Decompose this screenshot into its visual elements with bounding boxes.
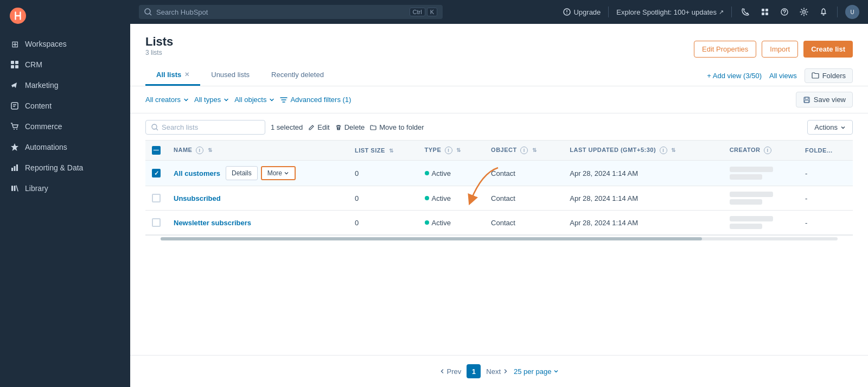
folders-button[interactable]: Folders — [805, 68, 853, 83]
horizontal-scrollbar[interactable] — [145, 235, 853, 242]
add-view-button[interactable]: + Add view (3/50) — [707, 72, 762, 80]
save-view-button[interactable]: Save view — [796, 92, 853, 107]
help-icon[interactable] — [778, 6, 790, 18]
sort-icon[interactable]: ⇅ — [671, 147, 676, 153]
title-row: Lists 3 lists Edit Properties Import Cre… — [145, 35, 853, 63]
more-button[interactable]: More — [261, 166, 296, 180]
svg-rect-1 — [11, 61, 14, 64]
creator-blur — [730, 216, 773, 221]
row-size-cell: 0 — [348, 211, 418, 235]
prev-page-button[interactable]: Prev — [439, 367, 462, 376]
search-lists-input[interactable] — [162, 123, 259, 131]
settings-icon[interactable] — [798, 6, 810, 18]
table-toolbar: 1 selected Edit Delete Move to folder Ac… — [145, 113, 853, 141]
sort-icon[interactable]: ⇅ — [532, 147, 537, 153]
all-types-filter[interactable]: All types — [194, 96, 229, 104]
sidebar-item-marketing[interactable]: Marketing — [0, 75, 130, 96]
sidebar-item-library[interactable]: Library — [0, 178, 130, 199]
sidebar-item-content[interactable]: Content — [0, 96, 130, 116]
row-folder-cell: - — [799, 211, 853, 235]
lists-table: NAME i ⇅ LIST SIZE ⇅ TYPE i — [145, 141, 853, 235]
svg-rect-14 — [14, 186, 16, 191]
row-checkbox[interactable] — [152, 169, 161, 177]
row-checkbox[interactable] — [152, 194, 161, 202]
row-object-cell: Contact — [484, 211, 563, 235]
list-name-link[interactable]: Newsletter subscribers — [174, 219, 251, 227]
all-objects-filter[interactable]: All objects — [234, 96, 275, 104]
grid-icon[interactable] — [759, 6, 771, 18]
row-checkbox-cell[interactable] — [145, 161, 167, 186]
tab-unused-lists[interactable]: Unused lists — [200, 65, 260, 86]
sidebar-item-reporting[interactable]: Reporting & Data — [0, 157, 130, 178]
svg-rect-28 — [805, 100, 809, 103]
edit-button[interactable]: Edit — [308, 123, 329, 131]
actions-dropdown[interactable]: Actions — [807, 120, 853, 135]
list-name-link[interactable]: Unsubscribed — [174, 194, 221, 202]
delete-button[interactable]: Delete — [335, 123, 365, 131]
row-updated-cell: Apr 28, 2024 1:14 AM — [563, 161, 723, 186]
page-number[interactable]: 1 — [467, 364, 481, 378]
svg-line-30 — [156, 129, 158, 130]
svg-rect-5 — [11, 103, 18, 109]
row-object-cell: Contact — [484, 186, 563, 211]
row-checkbox-cell[interactable] — [145, 186, 167, 211]
automations-icon — [10, 142, 20, 152]
name-info-icon[interactable]: i — [196, 147, 203, 154]
svg-rect-18 — [762, 9, 764, 11]
chevron-down-icon — [840, 125, 846, 130]
advanced-filters-button[interactable]: Advanced filters (1) — [280, 96, 351, 104]
table-row: Newsletter subscribers 0 Active Contact … — [145, 211, 853, 235]
indeterminate-checkbox[interactable] — [152, 146, 161, 155]
tab-close-icon[interactable]: ✕ — [184, 71, 189, 78]
global-search-input[interactable] — [156, 8, 405, 16]
sidebar-item-automations[interactable]: Automations — [0, 137, 130, 157]
list-name-link[interactable]: All customers — [174, 169, 220, 177]
move-to-folder-button[interactable]: Move to folder — [370, 123, 424, 131]
details-button[interactable]: Details — [226, 166, 258, 180]
creator-info-icon[interactable]: i — [764, 147, 771, 154]
trash-icon — [335, 124, 342, 131]
explore-spotlight-button[interactable]: Explore Spotlight: 100+ updates ↗ — [616, 8, 724, 16]
upgrade-button[interactable]: Upgrade — [563, 8, 601, 16]
divider — [731, 7, 732, 17]
page-subtitle: 3 lists — [145, 49, 173, 56]
import-button[interactable]: Import — [762, 41, 798, 58]
object-info-icon[interactable]: i — [520, 147, 528, 154]
search-lists-input-wrap[interactable] — [145, 120, 265, 135]
type-info-icon[interactable]: i — [445, 147, 452, 154]
sort-icon[interactable]: ⇅ — [208, 147, 213, 153]
sidebar-item-workspaces[interactable]: ⊞ Workspaces — [0, 34, 130, 54]
chevron-down-icon — [553, 369, 559, 374]
sidebar-item-crm[interactable]: CRM — [0, 54, 130, 75]
sort-icon[interactable]: ⇅ — [456, 147, 461, 153]
all-views-button[interactable]: All views — [769, 72, 797, 80]
select-all-header[interactable] — [145, 141, 167, 161]
keyboard-hint: Ctrl K — [410, 8, 437, 16]
svg-point-15 — [145, 9, 150, 14]
k-key: K — [427, 8, 437, 16]
row-updated-cell: Apr 28, 2024 1:14 AM — [563, 186, 723, 211]
row-checkbox-cell[interactable] — [145, 211, 167, 235]
create-list-button[interactable]: Create list — [803, 41, 853, 58]
row-type-cell: Active — [418, 211, 485, 235]
filter-icon — [280, 96, 288, 104]
notifications-icon[interactable] — [818, 6, 829, 18]
sidebar-item-commerce[interactable]: Commerce — [0, 116, 130, 137]
topnav: Ctrl K Upgrade Explore Spotlight: 100+ u… — [130, 0, 868, 24]
all-creators-filter[interactable]: All creators — [145, 96, 189, 104]
edit-properties-button[interactable]: Edit Properties — [694, 41, 756, 58]
col-object: OBJECT i ⇅ — [484, 141, 563, 161]
creator-blur — [730, 167, 773, 172]
phone-icon[interactable] — [739, 6, 751, 18]
row-checkbox[interactable] — [152, 218, 161, 227]
table-row: All customers Details More — [145, 161, 853, 186]
tab-recently-deleted[interactable]: Recently deleted — [260, 65, 335, 86]
user-avatar[interactable]: U — [845, 5, 859, 19]
global-search[interactable]: Ctrl K — [139, 5, 443, 19]
sort-icon[interactable]: ⇅ — [389, 148, 394, 154]
tab-all-lists[interactable]: All lists ✕ — [145, 65, 200, 86]
next-page-button[interactable]: Next — [486, 367, 508, 376]
updated-info-icon[interactable]: i — [660, 147, 667, 154]
per-page-selector[interactable]: 25 per page — [514, 367, 559, 376]
pagination: Prev 1 Next 25 per page — [130, 355, 868, 387]
